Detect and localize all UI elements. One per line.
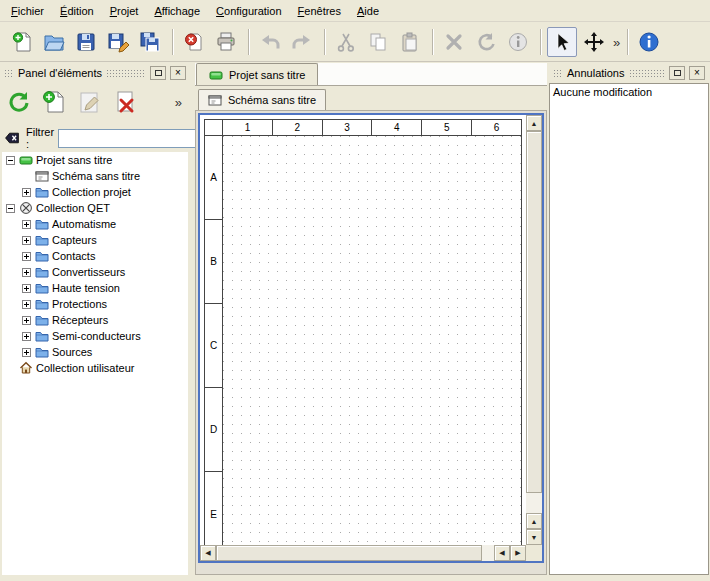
save-as-button[interactable] — [103, 27, 133, 57]
expand-icon[interactable] — [22, 316, 31, 325]
tree-item-semi-conducteurs[interactable]: Semi-conducteurs — [2, 328, 188, 344]
tree-item-protections[interactable]: Protections — [2, 296, 188, 312]
close-panel-button[interactable]: × — [170, 66, 186, 80]
object-info-button[interactable] — [503, 27, 533, 57]
expand-icon[interactable] — [22, 348, 31, 357]
tree-item-automatisme[interactable]: Automatisme — [2, 216, 188, 232]
panel-toolbar-overflow-button[interactable]: » — [173, 95, 184, 110]
elements-panel-header[interactable]: Panel d'éléments × — [2, 65, 188, 81]
tree-item-haute-tension[interactable]: Haute tension — [2, 280, 188, 296]
save-all-button[interactable] — [135, 27, 165, 57]
menu-configuration[interactable]: Configuration — [208, 1, 289, 21]
down-arrow-icon: ▼ — [531, 534, 538, 541]
new-element-button[interactable] — [38, 86, 70, 118]
menu-aide[interactable]: Aide — [349, 1, 387, 21]
float-icon — [155, 70, 162, 76]
tree-item-capteurs[interactable]: Capteurs — [2, 232, 188, 248]
rotate-button[interactable] — [471, 27, 501, 57]
toolbar-overflow-button[interactable]: » — [611, 35, 622, 50]
tree-item-schema[interactable]: Schéma sans titre — [2, 168, 188, 184]
pan-mode-button[interactable] — [579, 27, 609, 57]
expand-icon[interactable] — [22, 284, 31, 293]
expand-icon[interactable] — [22, 220, 31, 229]
tree-item-collection-projet[interactable]: Collection projet — [2, 184, 188, 200]
menu-projet[interactable]: Projet — [102, 1, 147, 21]
tree-item-collection-qet[interactable]: Collection QET — [2, 200, 188, 216]
schema-view[interactable]: 1 2 3 4 5 6 A B C D E — [200, 115, 526, 545]
vertical-scrollbar[interactable]: ▲ ▲ ▼ — [526, 115, 542, 545]
scroll-up-button-alt[interactable]: ▲ — [526, 513, 542, 529]
filter-input[interactable] — [58, 129, 208, 148]
float-panel-button[interactable] — [150, 66, 166, 80]
tree-item-project[interactable]: Projet sans titre — [2, 152, 188, 168]
vertical-scrollbar-thumb[interactable] — [526, 131, 542, 493]
folder-icon — [35, 217, 52, 231]
folder-icon — [35, 185, 52, 199]
tree-item-sources[interactable]: Sources — [2, 344, 188, 360]
expand-icon[interactable] — [22, 300, 31, 309]
undo-panel-header[interactable]: Annulations × — [551, 65, 707, 81]
scroll-left-button[interactable]: ◀ — [200, 545, 216, 561]
paste-button[interactable] — [395, 27, 425, 57]
new-file-button[interactable] — [7, 27, 37, 57]
toolbar-separator — [248, 29, 250, 55]
delete-icon — [443, 31, 465, 53]
redo-icon — [291, 31, 313, 53]
schema-tab[interactable]: Schéma sans titre — [198, 89, 326, 110]
float-panel-button[interactable] — [669, 66, 685, 80]
save-icon — [75, 31, 97, 53]
clear-filter-button[interactable] — [2, 128, 22, 148]
tree-item-label: Contacts — [52, 250, 95, 262]
reload-collections-button[interactable] — [2, 86, 34, 118]
scrollbar-corner — [526, 545, 542, 561]
save-button[interactable] — [71, 27, 101, 57]
select-mode-button[interactable] — [547, 27, 577, 57]
menu-fichier[interactable]: Fichier — [3, 1, 52, 21]
expand-icon[interactable] — [22, 236, 31, 245]
expand-icon[interactable] — [22, 252, 31, 261]
tree-item-label: Capteurs — [52, 234, 97, 246]
project-tab[interactable]: Projet sans titre — [196, 63, 318, 85]
scroll-down-button[interactable]: ▼ — [526, 529, 542, 545]
schema-frame: 1 2 3 4 5 6 A B C D E — [204, 119, 522, 545]
schema-grid-canvas[interactable] — [223, 136, 521, 545]
horizontal-scrollbar-thumb[interactable] — [216, 545, 482, 561]
expand-icon[interactable] — [22, 332, 31, 341]
tree-item-recepteurs[interactable]: Récepteurs — [2, 312, 188, 328]
expand-icon[interactable] — [22, 188, 31, 197]
up-arrow-icon: ▲ — [531, 518, 538, 525]
expand-icon[interactable] — [22, 268, 31, 277]
horizontal-scrollbar[interactable]: ◀ ◀ ▶ — [200, 545, 526, 561]
print-button[interactable] — [211, 27, 241, 57]
scroll-right-button[interactable]: ▶ — [510, 545, 526, 561]
tree-item-collection-utilisateur[interactable]: Collection utilisateur — [2, 360, 188, 376]
open-file-button[interactable] — [39, 27, 69, 57]
delete-button[interactable] — [439, 27, 469, 57]
cut-button[interactable] — [331, 27, 361, 57]
menu-edition[interactable]: Édition — [52, 1, 102, 21]
about-button[interactable] — [634, 27, 664, 57]
edit-element-icon — [77, 89, 103, 115]
close-panel-button[interactable]: × — [689, 66, 705, 80]
collapse-icon[interactable] — [6, 204, 15, 213]
undo-history-list: Aucune modification — [549, 83, 709, 575]
menu-affichage[interactable]: Affichage — [146, 1, 208, 21]
tree-item-contacts[interactable]: Contacts — [2, 248, 188, 264]
project-tab-label: Projet sans titre — [229, 69, 305, 81]
edit-element-button[interactable] — [74, 86, 106, 118]
undo-panel-title: Annulations — [567, 67, 625, 79]
menu-fenetres[interactable]: Fenêtres — [290, 1, 349, 21]
tree-item-convertisseurs[interactable]: Convertisseurs — [2, 264, 188, 280]
row-header: B — [205, 220, 222, 304]
redo-button[interactable] — [287, 27, 317, 57]
close-file-button[interactable] — [179, 27, 209, 57]
scroll-up-button[interactable]: ▲ — [526, 115, 542, 131]
rotate-icon — [475, 31, 497, 53]
collapse-icon[interactable] — [6, 156, 15, 165]
copy-button[interactable] — [363, 27, 393, 57]
undo-button[interactable] — [255, 27, 285, 57]
delete-element-button[interactable] — [110, 86, 142, 118]
scroll-left-button-alt[interactable]: ◀ — [494, 545, 510, 561]
folder-icon — [35, 345, 52, 359]
new-file-icon — [11, 31, 33, 53]
